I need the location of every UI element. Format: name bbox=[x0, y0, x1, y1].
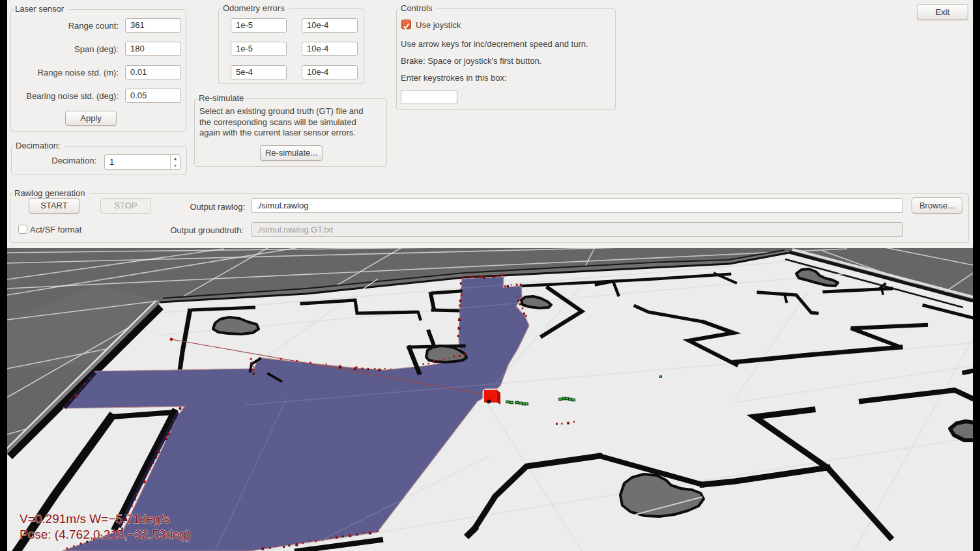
svg-text:Pose: (4.762,0.215,−32.53deg): Pose: (4.762,0.215,−32.53deg) bbox=[20, 528, 191, 541]
svg-text:V=0.291m/s W=−5.71deg/s: V=0.291m/s W=−5.71deg/s bbox=[20, 512, 170, 526]
